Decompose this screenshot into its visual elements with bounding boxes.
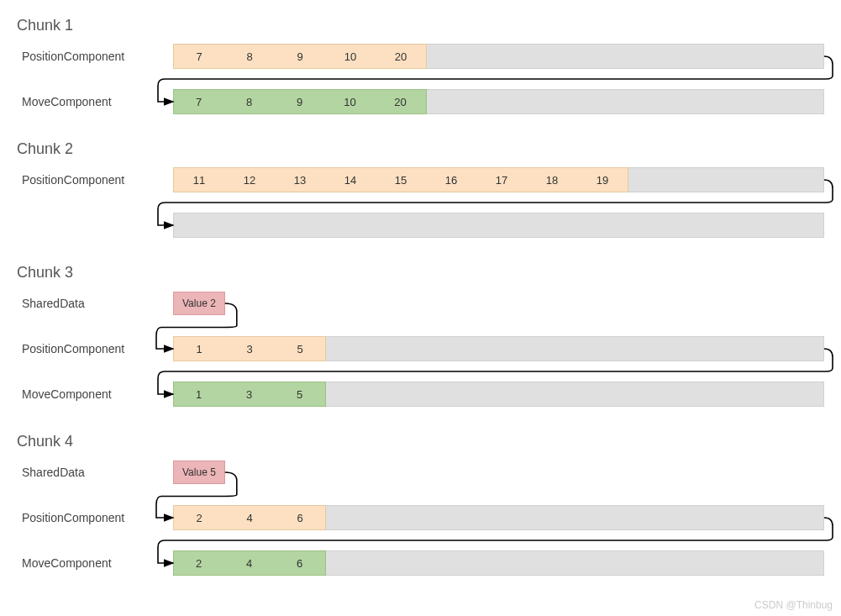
- move-label: MoveComponent: [17, 556, 143, 570]
- cell: 13: [275, 168, 325, 192]
- position-label: PositionComponent: [17, 50, 143, 63]
- cell: 15: [376, 168, 426, 192]
- cell: 10: [325, 45, 376, 68]
- move-label: MoveComponent: [17, 95, 143, 108]
- cell: 6: [275, 551, 325, 575]
- move-bar: 246: [173, 550, 824, 576]
- chunk-title: Chunk 4: [17, 433, 824, 450]
- cell: 1: [174, 382, 224, 406]
- chunk-title: Chunk 3: [17, 264, 824, 282]
- position-bar: 135: [173, 336, 824, 361]
- shared-value: Value 5: [173, 461, 225, 484]
- chunk: Chunk 1PositionComponent7891020MoveCompo…: [17, 17, 824, 117]
- cell: 1: [174, 337, 224, 361]
- chunk-title: Chunk 2: [17, 140, 824, 158]
- move-label: MoveComponent: [17, 387, 143, 401]
- position-label: PositionComponent: [17, 342, 143, 355]
- cell: 18: [527, 168, 577, 192]
- shared-label: SharedData: [17, 466, 143, 479]
- move-bar: 7891020: [173, 89, 824, 114]
- cell: 11: [174, 168, 224, 192]
- cell: 2: [174, 551, 224, 575]
- position-bar: 7891020: [173, 44, 824, 69]
- cell: 8: [224, 90, 275, 113]
- cell: 2: [174, 506, 224, 529]
- position-bar: 111213141516171819: [173, 167, 824, 192]
- cell: 20: [376, 45, 426, 68]
- cell: 7: [174, 90, 224, 113]
- cell: 12: [224, 168, 275, 192]
- cell: 3: [224, 337, 275, 361]
- chunk-title: Chunk 1: [17, 17, 824, 34]
- empty-bar: [173, 213, 824, 238]
- position-bar: 246: [173, 505, 824, 530]
- cell: 5: [275, 337, 325, 361]
- cell: 8: [224, 45, 275, 68]
- cell: 6: [275, 506, 325, 529]
- cell: 20: [376, 90, 426, 113]
- chunk: Chunk 4SharedDataValue 5PositionComponen…: [17, 433, 824, 578]
- cell: 16: [426, 168, 476, 192]
- chunk: Chunk 3SharedDataValue 2PositionComponen…: [17, 264, 824, 409]
- cell: 9: [275, 90, 325, 113]
- cell: 17: [476, 168, 527, 192]
- shared-value: Value 2: [173, 292, 225, 315]
- cell: 4: [224, 506, 275, 529]
- cell: 5: [275, 382, 325, 406]
- chunk: Chunk 2PositionComponent1112131415161718…: [17, 140, 824, 240]
- cell: 7: [174, 45, 224, 68]
- watermark: CSDN @Thinbug: [754, 599, 833, 611]
- position-label: PositionComponent: [17, 511, 143, 524]
- shared-label: SharedData: [17, 297, 143, 310]
- cell: 3: [224, 382, 275, 406]
- cell: 9: [275, 45, 325, 68]
- cell: 10: [325, 90, 376, 113]
- cell: 14: [325, 168, 376, 192]
- position-label: PositionComponent: [17, 173, 143, 187]
- cell: 4: [224, 551, 275, 575]
- cell: 19: [577, 168, 628, 192]
- move-bar: 135: [173, 382, 824, 407]
